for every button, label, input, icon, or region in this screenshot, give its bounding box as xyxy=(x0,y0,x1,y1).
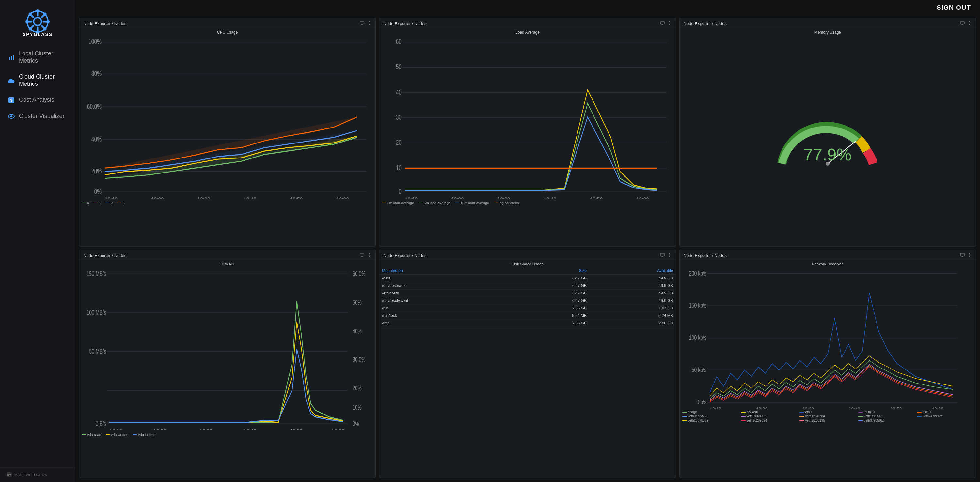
panel-network-title: Node Exporter / Nodes xyxy=(684,253,727,258)
logo-area: SPYGLASS xyxy=(0,0,75,43)
dollar-icon: $ xyxy=(8,97,15,103)
network-legend-item: veth379050a6 xyxy=(858,419,915,422)
svg-text:40%: 40% xyxy=(91,135,102,143)
svg-text:100 kb/s: 100 kb/s xyxy=(689,334,706,341)
svg-text:60.0%: 60.0% xyxy=(352,270,365,277)
sign-out-button[interactable]: SIGN OUT xyxy=(937,4,971,11)
svg-text:100%: 100% xyxy=(89,37,102,46)
monitor-icon-network[interactable] xyxy=(960,253,965,258)
cpu-legend-1: 1 xyxy=(94,201,101,205)
svg-point-12 xyxy=(25,20,29,23)
network-legend-item: docker0 xyxy=(741,410,797,414)
svg-text:0 B/s: 0 B/s xyxy=(95,420,106,427)
svg-text:19:00: 19:00 xyxy=(336,195,349,199)
panel-memory-body: Memory Usage xyxy=(680,28,976,246)
panel-cpu-icons xyxy=(360,21,372,26)
cluster-visualizer-label: Cluster Visualizer xyxy=(19,113,65,120)
svg-point-82 xyxy=(969,23,970,24)
table-row: /etc/resolv.conf62.7 GB49.9 GB xyxy=(379,297,675,304)
svg-text:19:00: 19:00 xyxy=(332,427,344,430)
svg-rect-115 xyxy=(660,254,664,256)
dashboard-grid: Node Exporter / Nodes CPU Usage xyxy=(75,15,980,482)
more-icon-load[interactable] xyxy=(667,21,672,26)
svg-point-25 xyxy=(10,116,13,117)
more-icon-memory[interactable] xyxy=(967,21,972,26)
svg-point-126 xyxy=(969,256,970,257)
disk-space-table: Mounted on Size Available /data62.7 GB49… xyxy=(379,267,675,327)
svg-text:18:50: 18:50 xyxy=(290,427,302,430)
monitor-icon-memory[interactable] xyxy=(960,21,965,26)
sidebar-item-cost-analysis[interactable]: $ Cost Analysis xyxy=(0,92,75,108)
panel-disk-space-icons xyxy=(660,253,672,258)
cpu-legend-0: 0 xyxy=(82,201,89,205)
sidebar-item-cluster-visualizer[interactable]: Cluster Visualizer xyxy=(0,108,75,125)
panel-cpu-body: CPU Usage 100% 80% 60.0% 40% 20% 0% xyxy=(80,28,375,246)
svg-text:18:40: 18:40 xyxy=(243,195,256,199)
monitor-icon-disk-space[interactable] xyxy=(660,253,665,258)
footer-text: MADE WITH GIFOX xyxy=(14,473,47,477)
svg-point-14 xyxy=(29,13,32,16)
svg-text:10: 10 xyxy=(396,163,401,172)
svg-text:18:30: 18:30 xyxy=(200,427,213,430)
svg-point-55 xyxy=(669,21,670,22)
network-legend-item: veth1f8f8f37 xyxy=(858,414,915,418)
eye-icon xyxy=(8,114,15,119)
svg-text:18:50: 18:50 xyxy=(890,406,902,409)
monitor-icon[interactable] xyxy=(360,21,364,26)
network-legend-item: veth2f20d195 xyxy=(799,419,856,422)
svg-text:18:50: 18:50 xyxy=(590,195,603,199)
cpu-legend: 0 1 2 3 xyxy=(80,200,375,207)
svg-text:0 b/s: 0 b/s xyxy=(696,398,706,406)
svg-text:150 MB/s: 150 MB/s xyxy=(86,270,106,277)
bar-chart-icon xyxy=(8,54,15,60)
panel-memory-title: Node Exporter / Nodes xyxy=(684,21,727,26)
load-legend: 1m load average 5m load average 15m load… xyxy=(379,200,675,207)
svg-text:18:20: 18:20 xyxy=(451,195,464,199)
panel-load: Node Exporter / Nodes Load Average xyxy=(379,18,676,247)
more-icon-network[interactable] xyxy=(967,253,972,258)
panel-memory-header: Node Exporter / Nodes xyxy=(680,18,976,28)
svg-point-33 xyxy=(369,24,369,25)
more-icon[interactable] xyxy=(367,21,372,26)
svg-point-16 xyxy=(29,27,32,31)
table-row: /tmp2.06 GB2.06 GB xyxy=(379,319,675,327)
svg-text:18:10: 18:10 xyxy=(710,406,721,409)
svg-point-9 xyxy=(33,17,41,25)
sidebar-item-local-cluster[interactable]: Local Cluster Metrics xyxy=(0,46,75,69)
gifox-icon: GIF xyxy=(6,472,12,477)
svg-text:0%: 0% xyxy=(352,420,359,427)
network-legend-item: veth0f660953 xyxy=(741,414,797,418)
disk-io-legend-read: vda read xyxy=(82,433,101,437)
disk-io-chart: 150 MB/s 100 MB/s 50 MB/s 0 B/s 60.0% 50… xyxy=(80,267,375,430)
more-icon-disk-space[interactable] xyxy=(667,253,672,258)
network-legend-item: tun10 xyxy=(917,410,973,414)
panel-disk-io-body: Disk I/O 150 MB/s 100 MB/s 50 MB/s 0 B/s… xyxy=(80,260,375,478)
svg-point-125 xyxy=(969,254,970,255)
footer-brand: GIF MADE WITH GIFOX xyxy=(0,467,75,482)
sidebar-item-cloud-cluster[interactable]: Cloud Cluster Metrics xyxy=(0,69,75,92)
monitor-icon-disk-io[interactable] xyxy=(360,253,364,258)
panel-disk-io-icons xyxy=(360,253,372,258)
svg-text:18:30: 18:30 xyxy=(802,406,813,409)
nav-items: Local Cluster Metrics Cloud Cluster Metr… xyxy=(0,43,75,467)
panel-load-icons xyxy=(660,21,672,26)
panel-network: Node Exporter / Nodes Network Received xyxy=(679,250,976,479)
svg-rect-28 xyxy=(360,22,364,24)
svg-point-83 xyxy=(969,24,970,25)
load-legend-logical: logical cores xyxy=(493,201,519,205)
monitor-icon-load[interactable] xyxy=(660,21,665,26)
svg-text:60: 60 xyxy=(396,37,401,46)
cpu-chart-title: CPU Usage xyxy=(80,28,375,35)
more-icon-disk-io[interactable] xyxy=(367,253,372,258)
table-row: /run/lock5.24 MB5.24 MB xyxy=(379,312,675,319)
svg-point-81 xyxy=(969,21,970,22)
svg-point-17 xyxy=(43,27,46,31)
panel-disk-io: Node Exporter / Nodes Disk I/O xyxy=(79,250,376,479)
svg-rect-21 xyxy=(13,55,14,60)
network-legend-item: veth2c28e824 xyxy=(741,419,797,422)
svg-text:19:00: 19:00 xyxy=(932,406,943,409)
svg-point-90 xyxy=(369,253,369,254)
top-bar: SIGN OUT xyxy=(75,0,980,15)
gauge-container: 77.9% xyxy=(680,35,976,246)
svg-point-10 xyxy=(36,10,39,13)
